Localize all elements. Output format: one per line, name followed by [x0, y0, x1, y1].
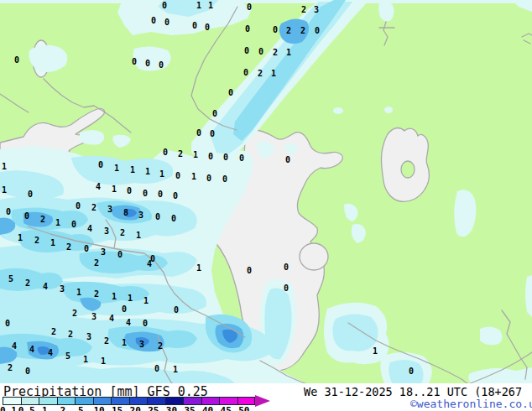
precip-value: 2 [72, 309, 77, 318]
precip-value: 2 [104, 336, 109, 346]
scale-tick-label: 0.1 [0, 405, 17, 411]
scale-segment [129, 397, 148, 405]
precip-value: 4 [147, 259, 152, 268]
scale-segment [183, 397, 201, 405]
precip-value: 4 [126, 318, 131, 327]
precip-value: 0 [5, 319, 10, 328]
precip-value: 2 [94, 289, 99, 299]
precip-value: 0 [25, 367, 30, 376]
precip-value: 0 [192, 21, 197, 30]
precip-value: 5 [65, 351, 70, 361]
precip-value: 3 [314, 5, 319, 14]
precip-value: 0 [158, 190, 163, 199]
scale-tick-label: 30 [166, 405, 177, 411]
precip-value: 2 [178, 149, 183, 159]
precip-value: 0 [162, 1, 167, 10]
precip-value: 1 [373, 346, 378, 356]
scale-tick-label: 25 [148, 405, 159, 411]
precip-value: 2 [91, 203, 96, 212]
precip-value: 0 [210, 129, 215, 138]
lagoon-kara-bogaz [300, 243, 328, 270]
aral-island [401, 161, 415, 178]
scale-segment [201, 397, 220, 405]
precip-value: 2 [273, 48, 278, 57]
precip-value: 3 [104, 226, 109, 236]
scale-tick-label: 40 [202, 405, 213, 411]
precip-value: 0 [284, 284, 289, 293]
scale-tick-label: 45 [221, 405, 232, 411]
precip-value: 2 [300, 26, 305, 35]
precip-value: 0 [284, 263, 289, 272]
precip-value: 1 [112, 292, 117, 301]
scale-segment [111, 397, 129, 405]
precip-value: 0 [173, 191, 178, 200]
scale-tick-label: 15 [112, 405, 123, 411]
precip-value: 1 [143, 296, 149, 305]
precip-value: 2 [158, 341, 163, 351]
precip-value: 8 [123, 208, 128, 217]
precip-value: 2 [34, 236, 39, 245]
precip-value: 0 [24, 211, 29, 221]
precip-value: 0 [143, 189, 148, 198]
precip-value: 1 [191, 172, 196, 181]
scale-segment [93, 397, 112, 405]
precip-value: 2 [258, 69, 263, 78]
precip-value: 1 [101, 356, 106, 366]
precip-value: 1 [208, 1, 213, 10]
scale-segment [21, 397, 39, 405]
precip-value: 0 [409, 367, 414, 376]
precip-value: 0 [212, 109, 217, 118]
precip-value: 2 [94, 258, 99, 268]
precip-value: 1 [50, 238, 55, 247]
precip-value: 0 [205, 23, 210, 32]
scale-tick-label: 5 [78, 405, 84, 411]
precip-value: 0 [171, 214, 176, 223]
precip-value: 0 [239, 153, 244, 163]
precip-value: 1 [76, 288, 81, 297]
precip-value: 1 [83, 355, 88, 364]
precip-value: 3 [86, 332, 91, 341]
scale-tick-label: 20 [130, 405, 141, 411]
precip-value: 1 [196, 263, 201, 273]
precip-value: 1 [114, 164, 119, 173]
precip-value: 1 [2, 162, 7, 171]
precip-value: 0 [151, 16, 156, 25]
precip-value: 1 [173, 365, 178, 374]
precip-value: 0 [196, 128, 201, 138]
precip-value: 0 [247, 266, 252, 275]
precip-value: 0 [285, 155, 290, 164]
precip-value: 1 [136, 231, 141, 240]
precip-value: 3 [91, 312, 96, 321]
precip-value: 0 [117, 250, 123, 259]
precip-value: 0 [228, 88, 233, 97]
precip-value: 0 [76, 201, 81, 211]
precip-value: 0 [174, 305, 179, 315]
precip-value: 1 [112, 185, 117, 194]
scale-segment [39, 397, 57, 405]
scale-tick-labels: 0.10.5125101520253035404550 [0, 405, 285, 411]
weather-map: 0110230000002200021000002100000210000101… [0, 0, 532, 388]
precip-value: 0 [258, 47, 263, 56]
precip-value: 4 [29, 345, 34, 354]
precip-value: 0 [247, 3, 252, 12]
scale-segment [219, 397, 237, 405]
precip-value: 5 [8, 274, 13, 284]
scale-segment [147, 397, 165, 405]
precip-value: 0 [154, 364, 159, 373]
precip-value: 2 [301, 5, 306, 14]
precip-value: 2 [8, 363, 13, 372]
precip-value: 1 [193, 150, 198, 159]
precip-value: 0 [243, 68, 248, 77]
precip-value: 0 [28, 190, 33, 199]
precip-value: 2 [40, 215, 45, 224]
scale-tick-label: 0.5 [18, 405, 35, 411]
precip-value: 0 [222, 174, 227, 184]
precip-value: 1 [55, 218, 60, 227]
precip-value: 0 [71, 220, 76, 229]
precip-value: 4 [96, 182, 101, 191]
precip-value: 0 [132, 57, 137, 66]
precip-value: 0 [208, 152, 213, 161]
precip-value: 2 [120, 228, 125, 237]
precip-value: 0 [315, 26, 320, 35]
scale-tick-label: 10 [93, 405, 104, 411]
